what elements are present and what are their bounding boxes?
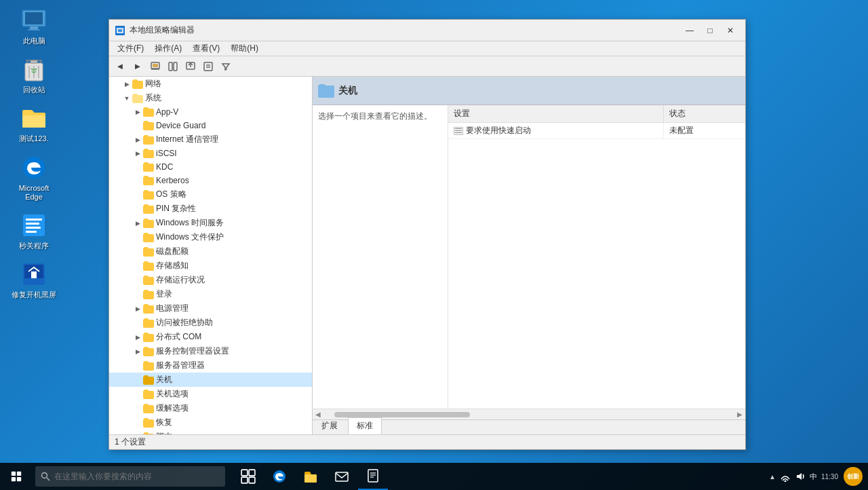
tree-item-storage-hint[interactable]: 存储感知 [109,259,312,273]
description-text: 选择一个项目来查看它的描述。 [318,111,432,121]
tree-item-advanced-opts[interactable]: 缓解选项 [109,401,312,415]
right-folder-icon [318,84,334,98]
tree-item-shutdown[interactable]: 关机 [109,373,312,387]
tree-item-kdc[interactable]: KDC [109,160,312,174]
svg-rect-3 [28,29,40,31]
folder-icon-appv [143,107,154,117]
expander-appv[interactable]: ▶ [132,107,143,117]
start-button[interactable] [0,463,33,490]
desktop-icon-repair[interactable]: 修复开机黑屏 [10,261,58,299]
menu-action[interactable]: 操作(A) [149,41,187,56]
folder-icon-storage-run [143,276,154,285]
up-button[interactable] [147,59,163,74]
right-panel-title: 关机 [338,85,357,97]
tree-item-storage-run[interactable]: 存储运行状况 [109,273,312,287]
settings-header: 设置 状态 [448,105,745,123]
filter-button[interactable] [218,59,234,74]
expander-win-time[interactable]: ▶ [132,218,143,229]
tree-item-distributed-com[interactable]: ▶分布式 COM [109,330,312,344]
tree-item-appv[interactable]: ▶App-V [109,105,312,119]
tree-label-network: 网络 [145,78,161,90]
settings-row-0[interactable]: 要求使用快速启动 未配置 [448,123,745,139]
svg-rect-9 [26,219,42,221]
recycle-icon [20,56,47,83]
tree-item-shutdown-opts[interactable]: 关机选项 [109,387,312,401]
expander-iscsi[interactable]: ▶ [132,148,143,159]
tab-bar: 扩展 标准 [313,419,745,434]
expander-internet-comm[interactable]: ▶ [132,134,143,145]
svg-rect-31 [17,477,21,481]
desktop-icon-this-pc[interactable]: 此电脑 [10,7,58,45]
tree-item-pin[interactable]: PIN 复杂性 [109,202,312,216]
svg-rect-41 [368,470,378,482]
folder-icon-disk [143,247,154,257]
taskbar-search-input[interactable] [54,472,220,481]
expander-distributed-com[interactable]: ▶ [132,332,143,343]
tree-label-os-policy: OS 策略 [156,189,186,200]
tree-item-system[interactable]: ▼系统 [109,91,312,105]
close-button[interactable]: ✕ [721,23,740,38]
tree-item-win-time[interactable]: ▶Windows 时间服务 [109,216,312,230]
expander-system[interactable]: ▼ [121,93,132,104]
expander-power[interactable]: ▶ [132,303,143,314]
tree-label-storage-hint: 存储感知 [156,260,189,271]
tree-item-server-mgr[interactable]: 服务器管理器 [109,358,312,373]
taskbar-active-app[interactable] [358,463,388,490]
tree-item-scripts[interactable]: 脚本 [109,430,312,434]
tree-panel[interactable]: ▶网络▼系统▶App-VDevice Guard▶Internet 通信管理▶i… [109,77,313,434]
tree-item-win-file[interactable]: Windows 文件保护 [109,230,312,244]
folder-icon-network [132,79,143,89]
tree-label-advanced-opts: 缓解选项 [156,402,189,414]
task-view-button[interactable] [233,463,263,490]
tree-item-access-denied[interactable]: 访问被拒绝协助 [109,316,312,330]
tab-standard[interactable]: 标准 [348,417,382,434]
tree-item-os-policy[interactable]: OS 策略 [109,187,312,202]
forward-button[interactable]: ► [130,59,146,74]
export-button[interactable] [182,59,199,74]
desktop-icon-shortcut[interactable]: 秒关程序 [10,212,58,250]
tree-item-power[interactable]: ▶电源管理 [109,301,312,316]
taskbar-explorer[interactable] [296,463,326,490]
policy-button[interactable] [200,59,216,74]
tree-item-kerberos[interactable]: Kerberos [109,174,312,187]
taskbar-edge[interactable] [264,463,294,490]
svg-rect-2 [30,26,38,29]
tree-item-device-guard[interactable]: Device Guard [109,119,312,132]
svg-rect-6 [22,115,45,128]
desktop-icon-recycle-bin[interactable]: 回收站 [10,56,58,94]
menubar: 文件(F) 操作(A) 查看(V) 帮助(H) [109,41,745,56]
expander-network[interactable]: ▶ [121,79,132,90]
menu-file[interactable]: 文件(F) [112,41,149,56]
tree-item-restore[interactable]: 恢复 [109,415,312,430]
maximize-button[interactable]: □ [701,23,719,38]
minimize-button[interactable]: — [680,23,699,38]
taskbar-search-box[interactable] [35,466,225,487]
svg-line-33 [47,478,50,480]
h-scroll-thumb[interactable] [334,412,470,417]
tree-item-internet-comm[interactable]: ▶Internet 通信管理 [109,132,312,147]
desktop-icon-edge[interactable]: Microsoft Edge [10,154,58,202]
menu-view[interactable]: 查看(V) [187,41,225,56]
svg-rect-36 [241,477,248,483]
tab-expand[interactable]: 扩展 [313,417,347,434]
svg-rect-10 [26,223,39,225]
back-button[interactable]: ◄ [112,59,128,74]
folder-icon [20,105,47,132]
tree-label-storage-run: 存储运行状况 [156,274,205,286]
folder-icon-internet-comm [143,135,154,145]
taskbar-mail[interactable] [327,463,357,490]
tree-item-network[interactable]: ▶网络 [109,77,312,91]
menu-help[interactable]: 帮助(H) [225,41,264,56]
volume-icon [795,471,806,482]
tree-item-service-ctrl[interactable]: ▶服务控制管理器设置 [109,344,312,358]
desktop: 此电脑 回收站 测试123. [0,0,868,490]
desktop-icon-test[interactable]: 测试123. [10,105,58,143]
tree-item-iscsi[interactable]: ▶iSCSI [109,147,312,160]
tree-item-disk[interactable]: 磁盘配额 [109,244,312,259]
folder-icon-scripts [143,432,154,435]
sys-tray-icons: ▲ 中 11:30 [769,471,838,482]
tree-item-login[interactable]: 登录 [109,287,312,301]
show-hide-button[interactable] [165,59,181,74]
expander-service-ctrl[interactable]: ▶ [132,346,143,357]
tree-label-internet-comm: Internet 通信管理 [156,134,218,145]
